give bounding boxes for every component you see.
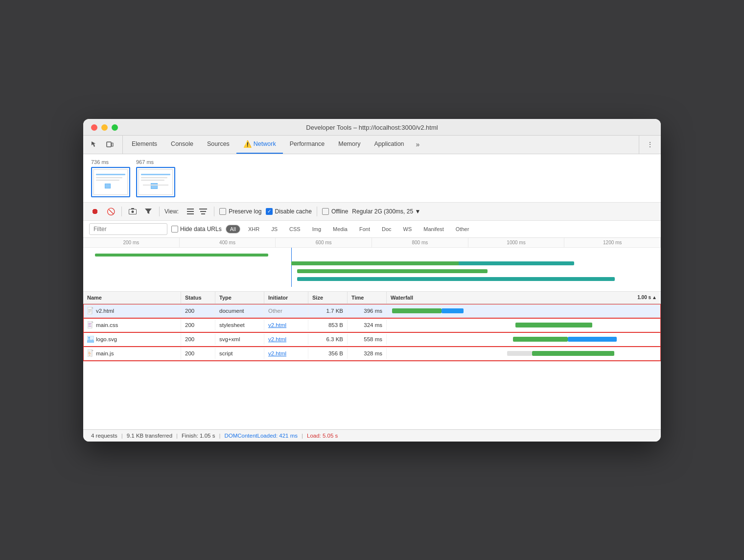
disable-cache-checkbox[interactable]: ✓ Disable cache	[266, 208, 312, 215]
th-waterfall[interactable]: Waterfall 1.00 s ▲	[387, 292, 661, 303]
offline-check-icon	[322, 208, 329, 215]
list-view-button[interactable]	[185, 206, 196, 217]
row3-initiator[interactable]: v2.html	[264, 334, 308, 345]
row1-status: 200	[181, 305, 215, 316]
view-label: View:	[164, 208, 179, 215]
row1-type: document	[215, 305, 264, 316]
img-filter-button[interactable]: Img	[308, 225, 325, 233]
js-filter-button[interactable]: JS	[267, 225, 281, 233]
tab-sources[interactable]: Sources	[200, 136, 236, 154]
screenshot-thumb-1[interactable]	[91, 167, 130, 197]
timeline-marker-blue	[291, 248, 292, 287]
table-row[interactable]: main.js 200 script v2.html 356 B 328 ms	[83, 347, 661, 361]
row1-time: 396 ms	[348, 305, 387, 316]
close-button[interactable]	[91, 124, 97, 131]
table-header: Name Status Type Initiator Size Time Wat…	[83, 292, 661, 304]
divider-1	[121, 207, 122, 216]
tab-network[interactable]: ⚠️ Network	[236, 136, 283, 154]
title-bar: Developer Tools – http://localhost:3000/…	[83, 119, 661, 136]
row2-size: 853 B	[308, 320, 348, 330]
font-filter-button[interactable]: Font	[355, 225, 374, 233]
devtools-menu-button[interactable]: ⋮	[643, 138, 657, 151]
svg-rect-25	[89, 355, 91, 355]
th-time[interactable]: Time	[348, 292, 387, 303]
divider-3	[214, 207, 214, 216]
screenshot-1[interactable]: 736 ms	[91, 159, 130, 197]
screenshot-2[interactable]: 967 ms	[136, 159, 175, 197]
row2-initiator[interactable]: v2.html	[264, 320, 308, 330]
table-row[interactable]: logo.svg 200 svg+xml v2.html 6.3 KB 558 …	[83, 332, 661, 347]
th-initiator[interactable]: Initiator	[264, 292, 308, 303]
css-filter-button[interactable]: CSS	[285, 225, 304, 233]
row4-type: script	[215, 348, 264, 359]
svg-point-4	[132, 210, 134, 213]
devtools-icons	[87, 136, 123, 154]
ruler-400ms: 400 ms	[180, 238, 276, 247]
ruler-800ms: 800 ms	[372, 238, 468, 247]
tab-memory[interactable]: Memory	[331, 136, 367, 154]
table-row[interactable]: main.css 200 stylesheet v2.html 853 B 32…	[83, 318, 661, 332]
clear-button[interactable]: 🚫	[105, 206, 116, 217]
svg-rect-13	[89, 309, 92, 310]
row4-time: 328 ms	[348, 348, 387, 359]
tab-elements[interactable]: Elements	[125, 136, 164, 154]
timeline-content	[83, 248, 661, 292]
table-row[interactable]: v2.html 200 document Other 1.7 KB 396 ms	[83, 304, 661, 318]
tab-performance[interactable]: Performance	[283, 136, 332, 154]
row1-name: v2.html	[83, 304, 181, 317]
other-filter-button[interactable]: Other	[452, 225, 473, 233]
tab-application[interactable]: Application	[367, 136, 411, 154]
row3-name: logo.svg	[83, 333, 181, 346]
th-name[interactable]: Name	[83, 292, 181, 303]
network-table: Name Status Type Initiator Size Time Wat…	[83, 292, 661, 429]
svg-rect-18	[89, 325, 91, 325]
preserve-log-check-icon	[219, 208, 226, 215]
row4-initiator[interactable]: v2.html	[264, 348, 308, 359]
doc-filter-button[interactable]: Doc	[378, 225, 395, 233]
tab-console[interactable]: Console	[164, 136, 200, 154]
filter-input[interactable]	[89, 223, 167, 235]
maximize-button[interactable]	[112, 124, 118, 131]
tabs: Elements Console Sources ⚠️ Network Perf…	[125, 136, 639, 154]
svg-rect-8	[187, 213, 194, 214]
row3-type: svg+xml	[215, 334, 264, 345]
th-status[interactable]: Status	[181, 292, 215, 303]
all-filter-button[interactable]: All	[226, 225, 240, 233]
screenshot-button[interactable]	[127, 206, 139, 217]
timeline-bar-maincss	[297, 269, 488, 273]
row1-size: 1.7 KB	[308, 305, 348, 316]
row2-type: stylesheet	[215, 320, 264, 330]
ws-filter-button[interactable]: WS	[399, 225, 416, 233]
offline-checkbox[interactable]: Offline	[322, 208, 348, 215]
media-filter-button[interactable]: Media	[329, 225, 351, 233]
svg-rect-15	[89, 312, 91, 312]
hide-data-urls-checkbox[interactable]: Hide data URLs	[171, 226, 222, 233]
waterfall-view-button[interactable]	[197, 206, 209, 217]
svg-rect-7	[187, 211, 194, 212]
svg-rect-5	[131, 208, 134, 210]
svg-rect-0	[107, 142, 111, 147]
svg-rect-24	[89, 353, 91, 354]
th-type[interactable]: Type	[215, 292, 264, 303]
divider-4	[317, 207, 317, 216]
th-size[interactable]: Size	[308, 292, 348, 303]
ruler-600ms: 600 ms	[276, 238, 372, 247]
throttle-arrow: ▼	[415, 208, 420, 215]
row3-time: 558 ms	[348, 334, 387, 345]
preserve-log-checkbox[interactable]: Preserve log	[219, 208, 261, 215]
device-toolbar-icon[interactable]	[103, 138, 116, 151]
xhr-filter-button[interactable]: XHR	[244, 225, 263, 233]
hide-data-urls-check-icon	[171, 226, 178, 233]
throttle-select[interactable]: Regular 2G (300ms, 25 ▼	[352, 208, 420, 215]
manifest-filter-button[interactable]: Manifest	[419, 225, 448, 233]
timeline-bar-teal	[459, 261, 574, 265]
dom-content-loaded: DOMContentLoaded: 421 ms	[224, 433, 298, 439]
disable-cache-check-icon: ✓	[266, 208, 273, 215]
minimize-button[interactable]	[101, 124, 108, 131]
tab-bar: Elements Console Sources ⚠️ Network Perf…	[83, 136, 661, 154]
inspect-icon[interactable]	[87, 138, 101, 151]
record-button[interactable]: ⏺	[89, 206, 101, 217]
filter-button[interactable]	[142, 206, 154, 217]
more-tabs-button[interactable]: »	[411, 136, 425, 154]
screenshot-thumb-2[interactable]	[136, 167, 175, 197]
